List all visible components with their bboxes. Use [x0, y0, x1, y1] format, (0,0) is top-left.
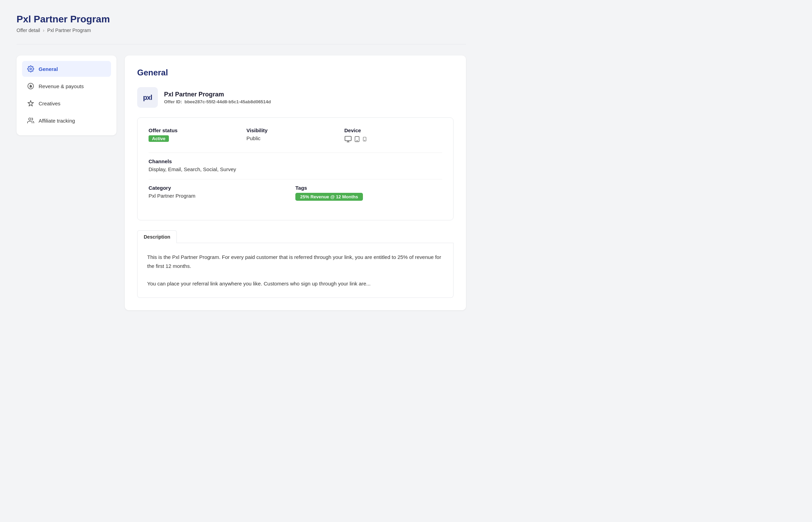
sidebar-item-general[interactable]: General: [22, 61, 111, 77]
sidebar-item-label-revenue: Revenue & payouts: [39, 83, 84, 89]
channels-cell: Channels Display, Email, Search, Social,…: [149, 158, 442, 172]
description-paragraph-1: This is the Pxl Partner Program. For eve…: [147, 253, 444, 270]
offer-id-line: Offer ID: bbee287c-55f2-44d8-b5c1-45ab8d…: [164, 99, 271, 104]
category-cell: Category Pxl Partner Program: [149, 185, 295, 201]
category-label: Category: [149, 185, 295, 191]
svg-rect-4: [345, 136, 351, 141]
visibility-value: Public: [246, 135, 344, 141]
info-row-1: Offer status Active Visibility Public De…: [149, 127, 442, 143]
sidebar: General Revenue & payouts: [17, 55, 116, 135]
device-label: Device: [344, 127, 442, 133]
main-layout: General Revenue & payouts: [17, 55, 466, 310]
visibility-cell: Visibility Public: [246, 127, 344, 143]
offer-id-label: Offer ID:: [164, 99, 182, 104]
svg-point-8: [357, 140, 357, 141]
status-badge: Active: [149, 135, 169, 142]
section-divider: [17, 44, 466, 44]
svg-point-10: [364, 140, 365, 140]
info-divider-1: [149, 153, 442, 153]
breadcrumb: Offer detail › Pxl Partner Program: [17, 28, 466, 33]
sidebar-item-creatives[interactable]: Creatives: [22, 95, 111, 111]
offer-logo: pxl: [137, 87, 158, 108]
tags-value: 25% Revenue @ 12 Months: [295, 193, 442, 201]
offer-header: pxl Pxl Partner Program Offer ID: bbee28…: [137, 87, 454, 108]
info-row-3: Category Pxl Partner Program Tags 25% Re…: [149, 185, 442, 201]
sidebar-item-label-general: General: [39, 66, 58, 72]
breadcrumb-separator: ›: [43, 28, 44, 33]
svg-point-3: [29, 118, 31, 121]
tab-description[interactable]: Description: [137, 230, 177, 243]
tablet-icon: [354, 135, 360, 143]
channels-label: Channels: [149, 158, 442, 164]
info-divider-2: [149, 179, 442, 179]
main-content-area: General pxl Pxl Partner Program Offer ID…: [125, 55, 466, 310]
channels-value: Display, Email, Search, Social, Survey: [149, 166, 442, 172]
offer-status-value: Active: [149, 135, 246, 142]
category-value: Pxl Partner Program: [149, 193, 295, 199]
offer-name: Pxl Partner Program: [164, 91, 271, 98]
sidebar-item-affiliate[interactable]: Affiliate tracking: [22, 113, 111, 128]
offer-status-label: Offer status: [149, 127, 246, 133]
sidebar-item-label-creatives: Creatives: [39, 101, 60, 106]
device-icons: [344, 135, 442, 143]
gear-icon: [27, 65, 34, 73]
mobile-icon: [362, 135, 367, 143]
offer-info: Pxl Partner Program Offer ID: bbee287c-5…: [164, 91, 271, 104]
sidebar-item-label-affiliate: Affiliate tracking: [39, 118, 75, 124]
creatives-icon: [27, 100, 34, 107]
description-section: Description This is the Pxl Partner Prog…: [137, 230, 454, 298]
description-content: This is the Pxl Partner Program. For eve…: [137, 243, 454, 298]
device-cell: Device: [344, 127, 442, 143]
desktop-icon: [344, 135, 352, 143]
description-tabs: Description: [137, 230, 454, 243]
people-icon: [27, 117, 34, 124]
section-heading: General: [137, 68, 454, 77]
visibility-label: Visibility: [246, 127, 344, 133]
description-paragraph-2: You can place your referral link anywher…: [147, 279, 444, 288]
tags-label: Tags: [295, 185, 442, 191]
page-title: Pxl Partner Program: [17, 14, 466, 25]
tags-cell: Tags 25% Revenue @ 12 Months: [295, 185, 442, 201]
offer-status-cell: Offer status Active: [149, 127, 246, 143]
info-card: Offer status Active Visibility Public De…: [137, 117, 454, 220]
breadcrumb-current: Pxl Partner Program: [47, 28, 91, 33]
svg-point-0: [30, 68, 32, 70]
dollar-icon: [27, 82, 34, 90]
sidebar-item-revenue[interactable]: Revenue & payouts: [22, 78, 111, 94]
tag-badge: 25% Revenue @ 12 Months: [295, 193, 363, 201]
offer-id-value: bbee287c-55f2-44d8-b5c1-45ab8d06514d: [184, 99, 271, 104]
breadcrumb-parent[interactable]: Offer detail: [17, 28, 40, 33]
